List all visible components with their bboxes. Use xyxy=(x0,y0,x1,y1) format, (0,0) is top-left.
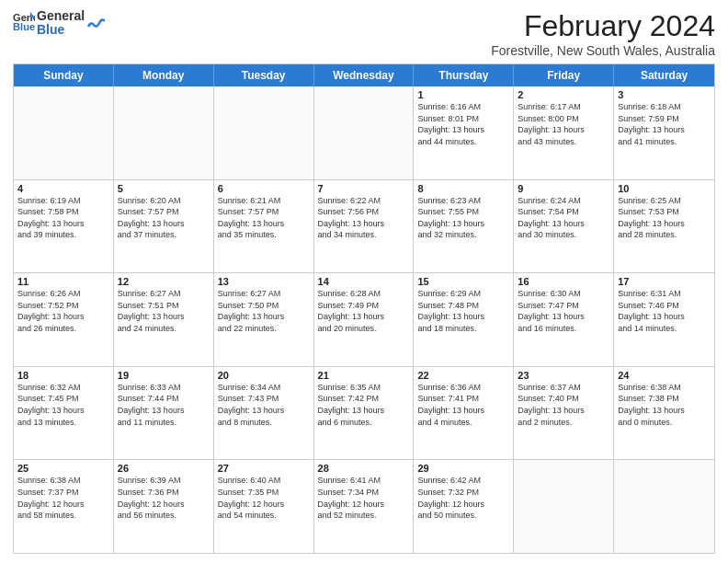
day-info: Sunrise: 6:18 AMSunset: 7:59 PMDaylight:… xyxy=(618,101,711,147)
calendar-day-empty xyxy=(514,460,614,553)
calendar: SundayMondayTuesdayWednesdayThursdayFrid… xyxy=(13,63,715,554)
calendar-day-24: 24Sunrise: 6:38 AMSunset: 7:38 PMDayligh… xyxy=(614,367,714,460)
calendar-day-1: 1Sunrise: 6:16 AMSunset: 8:01 PMDaylight… xyxy=(414,86,514,179)
day-number: 21 xyxy=(318,370,410,381)
day-info: Sunrise: 6:17 AMSunset: 8:00 PMDaylight:… xyxy=(518,101,609,147)
calendar-day-22: 22Sunrise: 6:36 AMSunset: 7:41 PMDayligh… xyxy=(414,367,514,460)
calendar-day-20: 20Sunrise: 6:34 AMSunset: 7:43 PMDayligh… xyxy=(214,367,314,460)
day-number: 23 xyxy=(518,370,609,381)
calendar-week-3: 11Sunrise: 6:26 AMSunset: 7:52 PMDayligh… xyxy=(14,273,714,367)
calendar-week-5: 25Sunrise: 6:38 AMSunset: 7:37 PMDayligh… xyxy=(14,460,714,553)
calendar-body: 1Sunrise: 6:16 AMSunset: 8:01 PMDaylight… xyxy=(14,86,714,553)
day-number: 2 xyxy=(518,89,609,100)
day-info: Sunrise: 6:30 AMSunset: 7:47 PMDaylight:… xyxy=(518,288,609,334)
day-info: Sunrise: 6:39 AMSunset: 7:36 PMDaylight:… xyxy=(118,475,210,521)
day-info: Sunrise: 6:26 AMSunset: 7:52 PMDaylight:… xyxy=(17,288,109,334)
day-number: 28 xyxy=(318,463,410,474)
calendar-day-23: 23Sunrise: 6:37 AMSunset: 7:40 PMDayligh… xyxy=(514,367,614,460)
day-number: 26 xyxy=(118,463,210,474)
calendar-day-empty xyxy=(214,86,314,179)
day-info: Sunrise: 6:19 AMSunset: 7:58 PMDaylight:… xyxy=(17,195,109,241)
day-number: 6 xyxy=(218,183,310,194)
day-number: 12 xyxy=(118,276,210,287)
day-number: 17 xyxy=(618,276,711,287)
header-day-sunday: Sunday xyxy=(14,64,114,86)
day-info: Sunrise: 6:31 AMSunset: 7:46 PMDaylight:… xyxy=(618,288,711,334)
calendar-day-13: 13Sunrise: 6:27 AMSunset: 7:50 PMDayligh… xyxy=(214,273,314,366)
day-info: Sunrise: 6:22 AMSunset: 7:56 PMDaylight:… xyxy=(318,195,410,241)
day-info: Sunrise: 6:40 AMSunset: 7:35 PMDaylight:… xyxy=(218,475,310,521)
calendar-day-2: 2Sunrise: 6:17 AMSunset: 8:00 PMDaylight… xyxy=(514,86,614,179)
header-day-tuesday: Tuesday xyxy=(214,64,314,86)
header-day-monday: Monday xyxy=(114,64,214,86)
day-number: 29 xyxy=(417,463,509,474)
calendar-header-row: SundayMondayTuesdayWednesdayThursdayFrid… xyxy=(14,64,714,86)
logo-wave-icon xyxy=(86,14,105,32)
month-year-title: February 2024 xyxy=(491,9,715,43)
logo: General Blue General Blue xyxy=(13,9,105,38)
day-number: 15 xyxy=(417,276,509,287)
calendar-day-12: 12Sunrise: 6:27 AMSunset: 7:51 PMDayligh… xyxy=(114,273,214,366)
day-info: Sunrise: 6:21 AMSunset: 7:57 PMDaylight:… xyxy=(218,195,310,241)
calendar-day-25: 25Sunrise: 6:38 AMSunset: 7:37 PMDayligh… xyxy=(14,460,114,553)
svg-text:Blue: Blue xyxy=(13,22,35,33)
calendar-day-8: 8Sunrise: 6:23 AMSunset: 7:55 PMDaylight… xyxy=(414,180,514,273)
calendar-day-9: 9Sunrise: 6:24 AMSunset: 7:54 PMDaylight… xyxy=(514,180,614,273)
day-number: 3 xyxy=(618,89,711,100)
calendar-day-5: 5Sunrise: 6:20 AMSunset: 7:57 PMDaylight… xyxy=(114,180,214,273)
header-day-saturday: Saturday xyxy=(614,64,714,86)
day-info: Sunrise: 6:35 AMSunset: 7:42 PMDaylight:… xyxy=(318,382,410,428)
calendar-day-21: 21Sunrise: 6:35 AMSunset: 7:42 PMDayligh… xyxy=(314,367,415,460)
calendar-week-4: 18Sunrise: 6:32 AMSunset: 7:45 PMDayligh… xyxy=(14,367,714,461)
calendar-day-3: 3Sunrise: 6:18 AMSunset: 7:59 PMDaylight… xyxy=(614,86,714,179)
day-info: Sunrise: 6:37 AMSunset: 7:40 PMDaylight:… xyxy=(518,382,609,428)
calendar-day-27: 27Sunrise: 6:40 AMSunset: 7:35 PMDayligh… xyxy=(214,460,314,553)
day-number: 25 xyxy=(17,463,109,474)
day-number: 1 xyxy=(417,89,509,100)
calendar-week-1: 1Sunrise: 6:16 AMSunset: 8:01 PMDaylight… xyxy=(14,86,714,180)
calendar-day-17: 17Sunrise: 6:31 AMSunset: 7:46 PMDayligh… xyxy=(614,273,714,366)
day-number: 13 xyxy=(218,276,310,287)
calendar-day-11: 11Sunrise: 6:26 AMSunset: 7:52 PMDayligh… xyxy=(14,273,114,366)
calendar-day-26: 26Sunrise: 6:39 AMSunset: 7:36 PMDayligh… xyxy=(114,460,214,553)
calendar-day-10: 10Sunrise: 6:25 AMSunset: 7:53 PMDayligh… xyxy=(614,180,714,273)
calendar-day-7: 7Sunrise: 6:22 AMSunset: 7:56 PMDaylight… xyxy=(314,180,415,273)
header-day-thursday: Thursday xyxy=(414,64,514,86)
calendar-day-empty xyxy=(614,460,714,553)
day-number: 5 xyxy=(118,183,210,194)
day-info: Sunrise: 6:25 AMSunset: 7:53 PMDaylight:… xyxy=(618,195,711,241)
day-number: 24 xyxy=(618,370,711,381)
day-number: 8 xyxy=(417,183,509,194)
day-info: Sunrise: 6:32 AMSunset: 7:45 PMDaylight:… xyxy=(17,382,109,428)
day-number: 9 xyxy=(518,183,609,194)
day-info: Sunrise: 6:38 AMSunset: 7:38 PMDaylight:… xyxy=(618,382,711,428)
day-info: Sunrise: 6:29 AMSunset: 7:48 PMDaylight:… xyxy=(417,288,509,334)
day-info: Sunrise: 6:36 AMSunset: 7:41 PMDaylight:… xyxy=(417,382,509,428)
logo-general-text: General xyxy=(37,9,85,23)
day-info: Sunrise: 6:20 AMSunset: 7:57 PMDaylight:… xyxy=(118,195,210,241)
calendar-day-14: 14Sunrise: 6:28 AMSunset: 7:49 PMDayligh… xyxy=(314,273,415,366)
day-number: 10 xyxy=(618,183,711,194)
day-number: 16 xyxy=(518,276,609,287)
day-number: 20 xyxy=(218,370,310,381)
location-subtitle: Forestville, New South Wales, Australia xyxy=(491,43,715,58)
calendar-day-empty xyxy=(314,86,415,179)
day-info: Sunrise: 6:42 AMSunset: 7:32 PMDaylight:… xyxy=(417,475,509,521)
page: General Blue General Blue February 2024 … xyxy=(0,0,728,563)
header-day-wednesday: Wednesday xyxy=(314,64,415,86)
calendar-day-15: 15Sunrise: 6:29 AMSunset: 7:48 PMDayligh… xyxy=(414,273,514,366)
header: General Blue General Blue February 2024 … xyxy=(13,9,715,58)
logo-icon: General Blue xyxy=(13,10,35,32)
header-day-friday: Friday xyxy=(514,64,614,86)
day-info: Sunrise: 6:28 AMSunset: 7:49 PMDaylight:… xyxy=(318,288,410,334)
day-info: Sunrise: 6:24 AMSunset: 7:54 PMDaylight:… xyxy=(518,195,609,241)
calendar-day-6: 6Sunrise: 6:21 AMSunset: 7:57 PMDaylight… xyxy=(214,180,314,273)
calendar-week-2: 4Sunrise: 6:19 AMSunset: 7:58 PMDaylight… xyxy=(14,180,714,274)
calendar-day-4: 4Sunrise: 6:19 AMSunset: 7:58 PMDaylight… xyxy=(14,180,114,273)
day-number: 7 xyxy=(318,183,410,194)
calendar-day-empty xyxy=(14,86,114,179)
day-info: Sunrise: 6:23 AMSunset: 7:55 PMDaylight:… xyxy=(417,195,509,241)
day-info: Sunrise: 6:27 AMSunset: 7:51 PMDaylight:… xyxy=(118,288,210,334)
day-info: Sunrise: 6:34 AMSunset: 7:43 PMDaylight:… xyxy=(218,382,310,428)
day-info: Sunrise: 6:33 AMSunset: 7:44 PMDaylight:… xyxy=(118,382,210,428)
